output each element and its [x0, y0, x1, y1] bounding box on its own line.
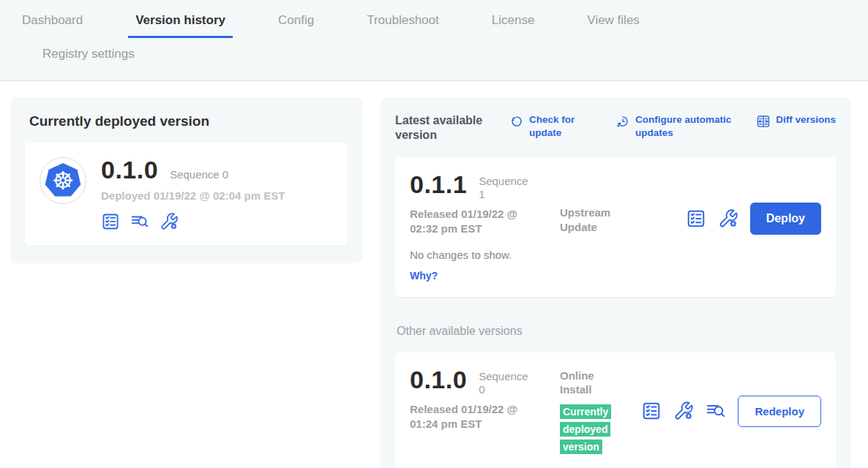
tab-registry-settings[interactable]: Registry settings: [35, 44, 868, 72]
currently-deployed-panel: Currently deployed version ☸ 0.1.0 Seque…: [10, 97, 362, 263]
other-version-card: 0.1.0 Sequence 0 Released 01/19/22 @ 01:…: [395, 352, 836, 468]
app-navbar: Dashboard Version history Config Trouble…: [0, 0, 868, 81]
latest-source-label: Upstream Update: [560, 172, 629, 282]
preflight-checks-icon[interactable]: [641, 401, 662, 421]
other-released-timestamp: Released 01/19/22 @ 01:24 pm EST: [410, 402, 540, 432]
currently-deployed-badge: Currently deployed version: [560, 404, 611, 454]
configure-automatic-updates-label: Configure automatic updates: [635, 113, 739, 139]
other-version-number: 0.1.0: [410, 367, 467, 392]
auto-update-icon: [616, 114, 630, 129]
other-source-label: Online Install: [560, 367, 621, 397]
latest-version-info: 0.1.1 Sequence 1 Released 01/19/22 @ 02:…: [410, 172, 560, 282]
config-icon[interactable]: [160, 212, 179, 231]
deployed-version-info: 0.1.0 Sequence 0 Deployed 01/19/22 @ 02:…: [101, 157, 285, 231]
deployed-sequence-label: Sequence 0: [170, 168, 228, 181]
preflight-checks-icon[interactable]: [101, 212, 120, 231]
currently-deployed-title: Currently deployed version: [29, 113, 348, 129]
config-icon[interactable]: [718, 208, 738, 229]
deploy-button[interactable]: Deploy: [750, 203, 821, 235]
tab-dashboard[interactable]: Dashboard: [15, 10, 90, 38]
tab-troubleshoot[interactable]: Troubleshoot: [359, 10, 446, 38]
navbar-row-primary: Dashboard Version history Config Trouble…: [15, 10, 868, 38]
config-icon[interactable]: [673, 401, 694, 421]
navbar-row-secondary: Registry settings: [15, 38, 868, 80]
latest-available-title: Latest available version: [395, 113, 492, 143]
deployed-version-number: 0.1.0: [101, 157, 158, 182]
check-for-update-link[interactable]: Check for update: [509, 113, 582, 139]
deployed-version-card: ☸ 0.1.0 Sequence 0 Deployed 01/19/22 @ 0…: [25, 143, 348, 246]
other-available-versions-title: Other available versions: [397, 325, 836, 338]
refresh-icon: [509, 114, 524, 129]
diff-versions-link[interactable]: Diff versions: [756, 113, 836, 129]
latest-sequence-label: Sequence 1: [479, 172, 531, 201]
configure-automatic-updates-link[interactable]: Configure automatic updates: [616, 113, 739, 139]
other-card-actions: Redeploy: [641, 396, 821, 427]
kubernetes-logo-icon: ☸: [44, 162, 82, 199]
other-version-info: 0.1.0 Sequence 0 Released 01/19/22 @ 01:…: [410, 367, 560, 456]
version-history-page: Currently deployed version ☸ 0.1.0 Seque…: [0, 81, 868, 468]
tab-config[interactable]: Config: [271, 10, 321, 38]
latest-card-actions: Deploy: [686, 203, 821, 235]
latest-released-timestamp: Released 01/19/22 @ 02:32 pm EST: [410, 207, 540, 237]
tab-view-files[interactable]: View files: [580, 10, 647, 38]
latest-version-card: 0.1.1 Sequence 1 Released 01/19/22 @ 02:…: [395, 157, 836, 297]
tab-license[interactable]: License: [484, 10, 542, 38]
redeploy-button[interactable]: Redeploy: [738, 396, 821, 427]
preflight-checks-icon[interactable]: [686, 208, 706, 229]
deploy-logs-icon[interactable]: [706, 401, 726, 421]
available-versions-panel: Latest available version Check for updat…: [381, 97, 850, 468]
latest-available-header: Latest available version Check for updat…: [395, 113, 836, 143]
deployed-timestamp: Deployed 01/19/22 @ 02:04 pm EST: [101, 189, 285, 202]
deploy-logs-icon[interactable]: [130, 212, 149, 231]
latest-version-number: 0.1.1: [410, 172, 467, 197]
diff-icon: [756, 114, 771, 129]
why-link[interactable]: Why?: [410, 270, 438, 282]
app-logo: ☸: [40, 157, 86, 204]
diff-versions-label: Diff versions: [776, 113, 836, 127]
currently-deployed-badge-wrap: Currently deployed version: [560, 403, 614, 456]
check-for-update-label: Check for update: [529, 113, 582, 139]
no-changes-text: No changes to show.: [410, 249, 560, 261]
tab-version-history[interactable]: Version history: [128, 10, 233, 38]
other-source-block: Online Install Currently deployed versio…: [560, 367, 621, 456]
other-sequence-label: Sequence 0: [479, 367, 531, 396]
